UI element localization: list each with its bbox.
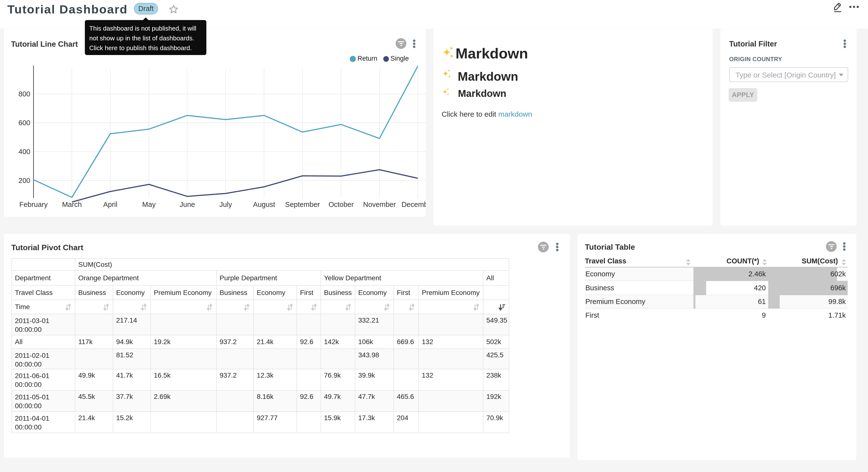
svg-text:October: October bbox=[329, 201, 353, 208]
svg-text:May: May bbox=[142, 201, 156, 208]
svg-text:April: April bbox=[103, 201, 117, 208]
svg-text:800: 800 bbox=[19, 90, 30, 98]
svg-text:December: December bbox=[401, 201, 426, 208]
svg-text:400: 400 bbox=[19, 148, 30, 155]
svg-text:June: June bbox=[180, 201, 195, 208]
svg-text:August: August bbox=[253, 201, 275, 208]
svg-text:200: 200 bbox=[19, 177, 30, 184]
svg-text:600: 600 bbox=[19, 119, 30, 127]
svg-text:November: November bbox=[363, 201, 396, 208]
svg-text:July: July bbox=[219, 201, 232, 208]
svg-text:September: September bbox=[285, 201, 320, 208]
svg-text:February: February bbox=[19, 201, 48, 208]
